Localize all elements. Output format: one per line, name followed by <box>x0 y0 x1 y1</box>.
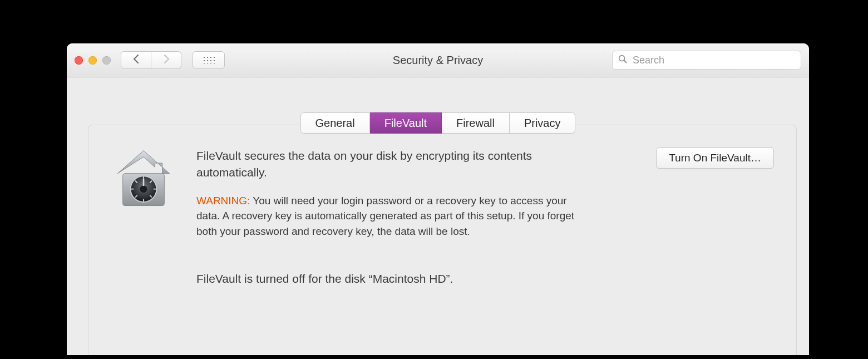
search-icon <box>618 55 627 66</box>
tab-general[interactable]: General <box>300 112 370 134</box>
button-label: Turn On FileVault… <box>669 152 761 164</box>
tab-firewall[interactable]: Firewall <box>442 112 510 134</box>
warning-body: You will need your login password or a r… <box>196 195 574 237</box>
tab-label: General <box>315 117 355 130</box>
svg-marker-2 <box>117 151 169 174</box>
window-controls <box>75 56 111 65</box>
svg-rect-15 <box>143 179 145 186</box>
zoom-window-button[interactable] <box>102 56 111 65</box>
forward-button[interactable] <box>151 51 181 69</box>
filevault-status: FileVault is turned off for the disk “Ma… <box>196 272 587 286</box>
minimize-window-button[interactable] <box>88 56 97 65</box>
svg-line-1 <box>624 61 627 63</box>
show-all-button[interactable] <box>193 51 225 69</box>
search-input[interactable] <box>632 54 795 67</box>
tabs: General FileVault Firewall Privacy <box>67 112 809 134</box>
filevault-panel: FileVault secures the data on your disk … <box>88 125 797 355</box>
warning-label: WARNING: <box>196 195 250 206</box>
tab-filevault[interactable]: FileVault <box>370 112 442 134</box>
chevron-left-icon <box>133 55 140 66</box>
preferences-window: Security & Privacy General FileVault Fir… <box>67 43 809 355</box>
svg-point-14 <box>140 185 147 193</box>
chevron-right-icon <box>163 55 170 66</box>
filevault-description: FileVault secures the data on your disk … <box>196 147 587 181</box>
nav-back-forward <box>121 51 181 69</box>
search-field[interactable] <box>612 51 801 70</box>
turn-on-filevault-button[interactable]: Turn On FileVault… <box>656 147 774 169</box>
filevault-house-lock-icon <box>112 147 175 297</box>
tab-label: Firewall <box>456 117 495 130</box>
close-window-button[interactable] <box>75 56 83 65</box>
titlebar: Security & Privacy <box>67 43 809 77</box>
back-button[interactable] <box>121 51 151 69</box>
tab-label: FileVault <box>384 117 427 130</box>
tab-privacy[interactable]: Privacy <box>510 112 576 134</box>
apps-grid-icon <box>203 56 215 64</box>
tab-label: Privacy <box>524 117 561 130</box>
filevault-warning: WARNING: You will need your login passwo… <box>196 193 587 239</box>
